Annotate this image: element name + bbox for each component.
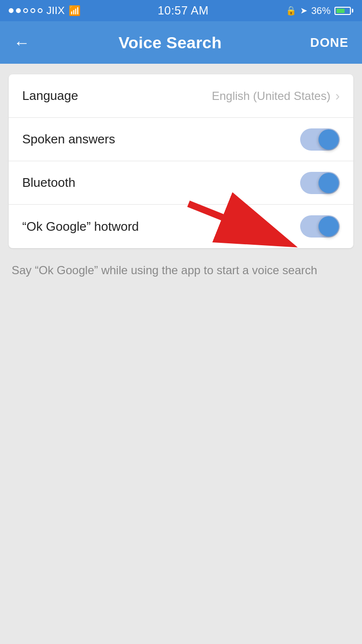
battery-fill bbox=[336, 9, 345, 13]
bluetooth-toggle-knob bbox=[319, 173, 339, 193]
settings-card: Language English (United States) › Spoke… bbox=[9, 74, 353, 248]
ok-google-label: “Ok Google” hotword bbox=[22, 219, 139, 234]
bluetooth-label: Bluetooth bbox=[22, 175, 75, 190]
language-value: English (United States) › bbox=[212, 88, 340, 104]
signal-dot-4 bbox=[30, 8, 35, 13]
status-left: JIIX 📶 bbox=[9, 4, 81, 17]
language-row[interactable]: Language English (United States) › bbox=[9, 74, 353, 118]
carrier-label: JIIX bbox=[46, 4, 65, 17]
ok-google-toggle[interactable] bbox=[300, 215, 340, 238]
spoken-answers-toggle[interactable] bbox=[300, 128, 340, 151]
status-bar: JIIX 📶 10:57 AM 🔒 ➤ 36% bbox=[0, 0, 362, 21]
signal-dot-2 bbox=[16, 8, 21, 13]
signal-dots bbox=[9, 8, 43, 13]
page-title: Voice Search bbox=[118, 33, 221, 52]
battery-percentage: 36% bbox=[311, 5, 331, 16]
battery-tip bbox=[352, 9, 353, 13]
language-chevron-icon: › bbox=[335, 88, 340, 104]
bluetooth-row: Bluetooth bbox=[9, 161, 353, 205]
signal-dot-5 bbox=[38, 8, 43, 13]
language-label: Language bbox=[22, 88, 78, 103]
back-button[interactable]: ← bbox=[14, 34, 30, 51]
bluetooth-toggle[interactable] bbox=[300, 172, 340, 194]
spoken-answers-toggle-knob bbox=[319, 129, 339, 150]
spoken-answers-label: Spoken answers bbox=[22, 132, 115, 147]
signal-dot-3 bbox=[23, 8, 28, 13]
ok-google-row: “Ok Google” hotword bbox=[9, 205, 353, 248]
lock-icon: 🔒 bbox=[286, 5, 296, 16]
done-button[interactable]: DONE bbox=[310, 35, 348, 50]
language-value-text: English (United States) bbox=[212, 89, 330, 103]
spoken-answers-row: Spoken answers bbox=[9, 118, 353, 161]
toolbar: ← Voice Search DONE bbox=[0, 21, 362, 64]
battery-body bbox=[334, 7, 351, 15]
wifi-icon: 📶 bbox=[69, 5, 81, 16]
ok-google-toggle-knob bbox=[319, 216, 339, 237]
ok-google-description: Say “Ok Google” while using the app to s… bbox=[12, 262, 350, 279]
battery-icon bbox=[334, 7, 353, 15]
location-icon: ➤ bbox=[300, 5, 307, 16]
clock: 10:57 AM bbox=[158, 4, 208, 17]
signal-dot-1 bbox=[9, 8, 14, 13]
status-right: 🔒 ➤ 36% bbox=[286, 5, 353, 16]
